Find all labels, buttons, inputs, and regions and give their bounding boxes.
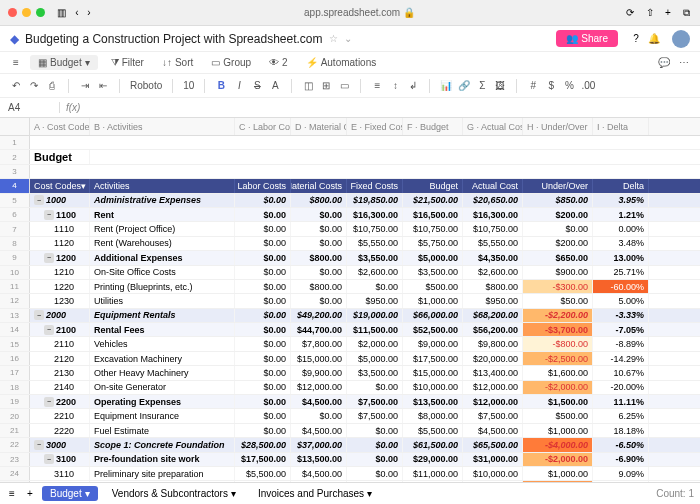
data-row[interactable]: 253120Excavation$12,000.00$9,000.00$0.00… bbox=[0, 481, 700, 482]
notifications-icon[interactable]: 🔔 bbox=[648, 33, 660, 45]
data-row[interactable]: 172130Other Heavy Machinery$0.00$9,900.0… bbox=[0, 366, 700, 380]
logo-icon[interactable]: ◆ bbox=[10, 32, 19, 46]
cell-code[interactable]: 2210 bbox=[30, 409, 90, 422]
cell-delta[interactable]: -20.00% bbox=[593, 381, 649, 394]
cell-budget[interactable]: $8,000.00 bbox=[403, 409, 463, 422]
cell-fixed[interactable]: $10,750.00 bbox=[347, 222, 403, 235]
cell-code[interactable]: −2000 bbox=[30, 309, 90, 322]
close-icon[interactable] bbox=[8, 8, 17, 17]
cell-delta[interactable]: -6.90% bbox=[593, 453, 649, 466]
cell-material[interactable]: $0.00 bbox=[291, 294, 347, 307]
sort-button[interactable]: ↓↑ Sort bbox=[157, 55, 198, 70]
redo-icon[interactable]: ↷ bbox=[28, 80, 40, 92]
maximize-icon[interactable] bbox=[36, 8, 45, 17]
indent-right-icon[interactable]: ⇤ bbox=[97, 80, 109, 92]
col-a[interactable]: A · Cost Codes bbox=[30, 118, 90, 135]
cell-activity[interactable]: Rent (Warehouses) bbox=[90, 237, 235, 250]
cell-material[interactable]: $0.00 bbox=[291, 222, 347, 235]
cell-budget[interactable]: $5,000.00 bbox=[403, 251, 463, 264]
cell-under-over[interactable]: $1,500.00 bbox=[523, 395, 593, 408]
doc-title[interactable]: Budgeting a Construction Project with Sp… bbox=[25, 32, 323, 46]
cell-activity[interactable]: Additional Expenses bbox=[90, 251, 235, 264]
cell-activity[interactable]: On-Site Office Costs bbox=[90, 266, 235, 279]
cell-fixed[interactable]: $0.00 bbox=[347, 438, 403, 451]
cell-labor[interactable]: $0.00 bbox=[235, 366, 291, 379]
data-row[interactable]: 121230Utilities$0.00$0.00$950.00$1,000.0… bbox=[0, 294, 700, 308]
cell-actual[interactable]: $10,000.00 bbox=[463, 467, 523, 480]
cell-under-over[interactable]: $200.00 bbox=[523, 237, 593, 250]
sidebar-icon[interactable]: ▥ bbox=[55, 7, 67, 19]
cell-labor[interactable]: $0.00 bbox=[235, 280, 291, 293]
cell-material[interactable]: $7,800.00 bbox=[291, 337, 347, 350]
number-format-icon[interactable]: # bbox=[527, 80, 539, 92]
cell-labor[interactable]: $0.00 bbox=[235, 395, 291, 408]
cell-delta[interactable]: 0.00% bbox=[593, 222, 649, 235]
strike-icon[interactable]: S bbox=[251, 80, 263, 92]
align-v-icon[interactable]: ↕ bbox=[389, 80, 401, 92]
col-h[interactable]: H · Under/Over bbox=[523, 118, 593, 135]
font-selector[interactable]: Roboto bbox=[130, 80, 162, 91]
cell-activity[interactable]: Printing (Blueprints, etc.) bbox=[90, 280, 235, 293]
chevron-left-icon[interactable]: ‹ bbox=[71, 7, 83, 19]
cell-under-over[interactable]: -$3,700.00 bbox=[523, 323, 593, 336]
cell-budget[interactable]: $9,000.00 bbox=[403, 337, 463, 350]
cell-under-over[interactable]: $650.00 bbox=[523, 251, 593, 264]
data-row[interactable]: 152110Vehicles$0.00$7,800.00$2,000.00$9,… bbox=[0, 337, 700, 351]
cell-labor[interactable]: $0.00 bbox=[235, 294, 291, 307]
hdr-uo[interactable]: Under/Over bbox=[523, 179, 593, 192]
cell-fixed[interactable]: $0.00 bbox=[347, 467, 403, 480]
cell-budget[interactable]: $5,750.00 bbox=[403, 237, 463, 250]
cell-fixed[interactable]: $5,550.00 bbox=[347, 237, 403, 250]
cell-labor[interactable]: $0.00 bbox=[235, 309, 291, 322]
cell-material[interactable]: $0.00 bbox=[291, 266, 347, 279]
cell-under-over[interactable]: $200.00 bbox=[523, 208, 593, 221]
cell-code[interactable]: 3120 bbox=[30, 481, 90, 482]
cell-labor[interactable]: $12,000.00 bbox=[235, 481, 291, 482]
cell-delta[interactable]: 9.09% bbox=[593, 467, 649, 480]
data-row[interactable]: 19−2200Operating Expenses$0.00$4,500.00$… bbox=[0, 395, 700, 409]
cell-fixed[interactable]: $0.00 bbox=[347, 481, 403, 482]
cell-activity[interactable]: Equipment Insurance bbox=[90, 409, 235, 422]
col-b[interactable]: B · Activities bbox=[90, 118, 235, 135]
cell-activity[interactable]: Vehicles bbox=[90, 337, 235, 350]
cell-material[interactable]: $13,500.00 bbox=[291, 453, 347, 466]
expand-icon[interactable]: − bbox=[44, 397, 54, 407]
data-row[interactable]: 101210On-Site Office Costs$0.00$0.00$2,6… bbox=[0, 266, 700, 280]
cell-delta[interactable]: 25.71% bbox=[593, 266, 649, 279]
dropdown-icon[interactable]: ⌄ bbox=[344, 33, 352, 44]
favorite-icon[interactable]: ☆ bbox=[329, 33, 338, 44]
cell-code[interactable]: 2120 bbox=[30, 352, 90, 365]
cell-under-over[interactable]: $1,000.00 bbox=[523, 467, 593, 480]
cell-actual[interactable]: $56,200.00 bbox=[463, 323, 523, 336]
cell-under-over[interactable]: $50.00 bbox=[523, 294, 593, 307]
cell-code[interactable]: −1200 bbox=[30, 251, 90, 264]
percent-icon[interactable]: % bbox=[563, 80, 575, 92]
address-bar[interactable]: app.spreadsheet.com 🔒 bbox=[95, 7, 624, 18]
chevron-right-icon[interactable]: › bbox=[83, 7, 95, 19]
view-selector[interactable]: ▦ Budget ▾ bbox=[30, 55, 98, 70]
data-row[interactable]: 9−1200Additional Expenses$0.00$800.00$3,… bbox=[0, 251, 700, 265]
cell-delta[interactable]: -16.67% bbox=[593, 481, 649, 482]
cell-actual[interactable]: $68,200.00 bbox=[463, 309, 523, 322]
cell-under-over[interactable]: $900.00 bbox=[523, 266, 593, 279]
cell-delta[interactable]: -7.05% bbox=[593, 323, 649, 336]
cell-delta[interactable]: 6.25% bbox=[593, 409, 649, 422]
data-row[interactable]: 13−2000Equipment Rentals$0.00$49,200.00$… bbox=[0, 309, 700, 323]
border-icon[interactable]: ⊞ bbox=[320, 80, 332, 92]
cell-budget[interactable]: $29,000.00 bbox=[403, 453, 463, 466]
col-i[interactable]: I · Delta bbox=[593, 118, 649, 135]
cell-labor[interactable]: $0.00 bbox=[235, 424, 291, 437]
hdr-act[interactable]: Activities bbox=[90, 179, 235, 192]
cell-under-over[interactable]: $1,600.00 bbox=[523, 366, 593, 379]
cell-actual[interactable]: $21,000.00 bbox=[463, 481, 523, 482]
cell-delta[interactable]: 3.48% bbox=[593, 237, 649, 250]
filter-button[interactable]: ⧩ Filter bbox=[106, 55, 149, 71]
sheet-tab-budget[interactable]: Budget ▾ bbox=[42, 486, 98, 501]
expand-icon[interactable]: − bbox=[34, 310, 44, 320]
cell-fixed[interactable]: $11,500.00 bbox=[347, 323, 403, 336]
cell-under-over[interactable]: $0.00 bbox=[523, 222, 593, 235]
currency-icon[interactable]: $ bbox=[545, 80, 557, 92]
cell-code[interactable]: 1210 bbox=[30, 266, 90, 279]
image-icon[interactable]: 🖼 bbox=[494, 80, 506, 92]
cell-delta[interactable]: -14.29% bbox=[593, 352, 649, 365]
